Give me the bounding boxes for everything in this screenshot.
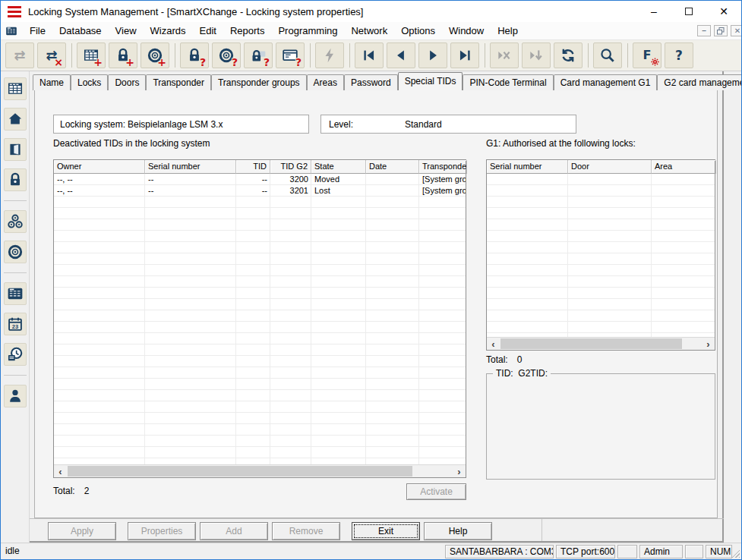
read-mifare-lock-button[interactable]: ? <box>244 42 273 68</box>
scrollbar-thumb[interactable] <box>68 466 412 477</box>
disconnect-icon: ⇄× <box>42 46 62 64</box>
first-record-button[interactable] <box>355 42 384 68</box>
sidebar-item-time-zone-plans[interactable] <box>4 343 27 366</box>
column-header-serial-number[interactable]: Serial number <box>487 160 568 174</box>
column-header-owner[interactable]: Owner <box>54 160 145 174</box>
transponder-group-icon <box>5 212 25 231</box>
database-disconnect-button[interactable]: ⇄× <box>37 42 66 68</box>
tab-doors[interactable]: Doors <box>108 74 146 90</box>
table-plus-icon: + <box>81 46 101 64</box>
sidebar-item-transponder-groups[interactable] <box>4 210 27 233</box>
sidebar-item-matrix-view[interactable] <box>4 282 27 305</box>
sidebar-item-doors[interactable] <box>4 138 27 161</box>
new-lock-button[interactable]: + <box>109 42 137 68</box>
tab-areas[interactable]: Areas <box>307 74 344 90</box>
tab-card-management-g1[interactable]: Card management G1 <box>554 74 658 90</box>
menu-edit[interactable]: Edit <box>193 23 223 39</box>
minimize-button[interactable]: – <box>636 1 671 22</box>
new-transponder-button[interactable]: + <box>141 42 169 68</box>
menu-help[interactable]: Help <box>491 23 525 39</box>
help-button[interactable]: Help <box>424 522 492 540</box>
tab-special-tids[interactable]: Special TIDs <box>398 72 463 90</box>
read-transponder-button[interactable]: ? <box>212 42 241 68</box>
sidebar-item-matrix[interactable] <box>4 77 27 100</box>
flash-icon <box>320 46 339 64</box>
cell: -- <box>145 174 236 185</box>
sidebar-item-locks[interactable] <box>4 168 27 191</box>
sidebar-item-calendar[interactable]: 23 <box>4 313 27 335</box>
exit-button[interactable]: Exit <box>352 522 420 540</box>
clock-doc-icon <box>5 345 25 363</box>
locking-system-label: Locking system: <box>54 119 128 130</box>
read-card-button[interactable]: ? <box>276 42 305 68</box>
menu-wizards[interactable]: Wizards <box>144 23 193 39</box>
previous-record-button[interactable] <box>387 42 415 68</box>
next-icon <box>423 46 443 64</box>
tab-pin-code-terminal[interactable]: PIN-Code Terminal <box>463 74 553 90</box>
transponder-question-icon: ? <box>216 46 236 64</box>
column-header-serial-number[interactable]: Serial number <box>145 160 236 174</box>
mdi-minimize-button[interactable]: – <box>697 25 711 36</box>
scrollbar-thumb[interactable] <box>500 338 682 349</box>
tab-transponder-groups[interactable]: Transponder groups <box>211 74 307 90</box>
right-total-label: Total: <box>486 354 508 365</box>
lock-plus-icon: + <box>113 46 133 64</box>
new-locking-system-button[interactable]: + <box>77 42 106 68</box>
cell: Lost <box>311 185 366 197</box>
toolbar-separator <box>71 43 72 68</box>
horizontal-scrollbar[interactable]: ‹› <box>54 464 466 477</box>
sidebar-item-home[interactable] <box>4 108 27 131</box>
person-icon <box>5 387 25 405</box>
menu-view[interactable]: View <box>109 23 144 39</box>
close-button[interactable]: ✕ <box>706 1 741 22</box>
menu-file[interactable]: File <box>23 23 52 39</box>
menu-network[interactable]: Network <box>344 23 394 39</box>
table-row[interactable]: --, ------3201Lost[System group] <box>54 185 466 197</box>
door-icon <box>5 140 25 159</box>
mdi-close-button[interactable]: ✕ <box>731 25 742 36</box>
column-header-door[interactable]: Door <box>568 160 652 174</box>
column-gridline <box>651 174 652 337</box>
read-lock-button[interactable]: ? <box>180 42 209 68</box>
locking-system-field: Locking system: Beispielanlage LSM 3.x <box>53 115 309 134</box>
last-record-button[interactable] <box>450 42 479 68</box>
next-record-button[interactable] <box>418 42 447 68</box>
left-total-value: 2 <box>84 486 90 496</box>
menu-options[interactable]: Options <box>394 23 442 39</box>
table-row[interactable]: --, ------3200Moved[System group] <box>54 174 466 185</box>
mdi-restore-button[interactable] <box>714 25 728 36</box>
refresh-button[interactable] <box>554 42 583 68</box>
maximize-button[interactable] <box>671 1 706 22</box>
column-header-transponder[interactable]: Transponder <box>419 160 467 174</box>
toolbar-separator <box>588 43 589 68</box>
cell: -- <box>145 185 236 197</box>
horizontal-scrollbar[interactable]: ‹› <box>487 337 715 350</box>
scroll-left-arrow[interactable]: ‹ <box>487 338 500 350</box>
help-button[interactable]: ? <box>665 42 693 68</box>
filter-button[interactable]: F <box>633 42 661 68</box>
column-header-date[interactable]: Date <box>366 160 419 174</box>
column-header-state[interactable]: State <box>311 160 366 174</box>
menu-reports[interactable]: Reports <box>223 23 272 39</box>
status-bar: idle SANTABARBARA : COM3TCP port:6000Adm… <box>1 543 741 559</box>
menu-window[interactable]: Window <box>442 23 491 39</box>
menu-programming[interactable]: Programming <box>271 23 344 39</box>
search-button[interactable] <box>593 42 622 68</box>
scroll-right-arrow[interactable]: › <box>453 465 466 477</box>
column-header-area[interactable]: Area <box>652 160 716 174</box>
scroll-right-arrow[interactable]: › <box>702 338 715 350</box>
menu-database[interactable]: Database <box>52 23 109 39</box>
activate-button: Activate <box>406 483 466 500</box>
svg-text:23: 23 <box>11 323 17 330</box>
tab-transponder[interactable]: Transponder <box>146 74 211 90</box>
column-header-tid[interactable]: TID <box>236 160 270 174</box>
sidebar-item-transponders[interactable] <box>4 241 27 263</box>
scroll-left-arrow[interactable]: ‹ <box>54 465 67 477</box>
restore-icon <box>717 27 725 35</box>
column-header-tid-g2[interactable]: TID G2 <box>270 160 311 174</box>
tab-password[interactable]: Password <box>344 74 398 90</box>
sidebar-item-users[interactable] <box>4 385 27 407</box>
tab-g2-card-management[interactable]: G2 card management <box>657 74 742 90</box>
tab-name[interactable]: Name <box>33 74 71 90</box>
tab-locks[interactable]: Locks <box>71 74 108 90</box>
